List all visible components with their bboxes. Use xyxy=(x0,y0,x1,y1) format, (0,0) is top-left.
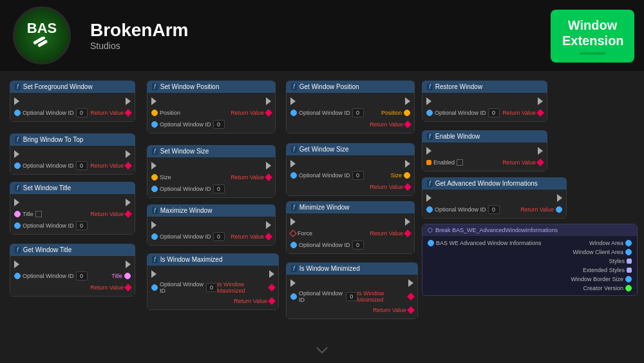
pin-size-out xyxy=(404,172,410,179)
pin-title xyxy=(14,211,21,217)
header: BAS BrokenArm Studios xyxy=(0,0,644,71)
pin-position-out xyxy=(404,110,410,116)
node-break-bas-we: ⬡ Break BAS_WE_AdvancedWindowInformation… xyxy=(422,224,638,296)
scroll-indicator xyxy=(316,345,328,357)
node-restore-window: f Restore Window Optional Window ID 0 Re… xyxy=(422,81,547,122)
pin-force xyxy=(289,230,296,237)
pin-return-value xyxy=(404,183,411,190)
node-bring-window-to-top: f Bring Window To Top Optional Window ID… xyxy=(10,133,135,175)
pin-return-value xyxy=(536,109,544,116)
pin-creator-version xyxy=(625,285,632,291)
pin-is-maximized xyxy=(268,284,275,291)
exec-out-icon xyxy=(126,97,131,105)
pin-optional-window-id xyxy=(14,162,21,169)
pin-return-advanced xyxy=(556,206,562,213)
pin-optional-window-id xyxy=(290,172,297,179)
pin-window-area xyxy=(625,240,632,246)
logo: BAS xyxy=(13,6,71,64)
exec-in-icon xyxy=(14,97,19,105)
pin-return-value xyxy=(407,306,414,313)
exec-in-icon xyxy=(14,260,19,268)
pin-title-out xyxy=(124,273,131,279)
pin-window-client-area xyxy=(625,249,632,255)
brand-sub: Studios xyxy=(90,41,188,51)
exec-out-icon xyxy=(126,199,131,206)
pin-optional-window-id xyxy=(290,110,297,116)
exec-in-icon xyxy=(14,150,19,158)
pin-return-value xyxy=(124,162,131,169)
pin-optional-window-id xyxy=(151,121,158,128)
pin-return-value xyxy=(124,210,131,217)
pin-optional-window-id xyxy=(14,273,21,279)
pin-optional-window-id xyxy=(426,206,433,213)
node-is-window-minimized: f Is Window Minimized Optional Window ID… xyxy=(286,262,418,319)
pin-bas-we-advanced-in xyxy=(428,240,434,246)
pin-optional-window-id xyxy=(14,222,21,229)
node-is-window-maximized: f Is Window Maximized Optional Window ID… xyxy=(147,253,279,310)
pin-is-minimized xyxy=(407,293,414,300)
badge-underline xyxy=(580,52,605,55)
pin-styles xyxy=(627,259,632,264)
node-enable-window: f Enable Window Enabled Return Value xyxy=(422,130,547,172)
pin-extended-styles xyxy=(627,268,632,273)
pin-return-value xyxy=(404,230,411,237)
node-get-advanced-window-info: f Get Advanced Window Informations Optio… xyxy=(422,177,567,219)
node-set-window-title: f Set Window Title Title Return Value xyxy=(10,182,135,235)
pin-return-value xyxy=(124,109,131,116)
pin-position xyxy=(151,110,158,116)
blueprint-canvas: f Set Foreground Window Optional Window … xyxy=(0,71,644,363)
pin-optional-window-id xyxy=(151,186,158,192)
brand-name: BrokenArm xyxy=(90,20,188,41)
pin-return-value xyxy=(536,159,544,166)
pin-optional-window-id xyxy=(290,293,297,300)
node-set-foreground-window: f Set Foreground Window Optional Window … xyxy=(10,81,135,122)
logo-text: BAS xyxy=(27,21,57,35)
node-set-window-size: f Set Window Size Size Return Value xyxy=(147,145,276,198)
exec-out-icon xyxy=(126,260,131,268)
pin-optional-window-id xyxy=(290,242,297,248)
pin-optional-window-id xyxy=(151,233,158,240)
exec-out-icon xyxy=(126,150,131,158)
node-minimize-window: f Minimize Window Force Return Value xyxy=(286,201,415,254)
pin-optional-window-id xyxy=(151,284,158,291)
pin-return-value xyxy=(265,109,272,116)
pin-return-value xyxy=(268,297,275,304)
node-set-window-position: f Set Window Position Position Return Va… xyxy=(147,81,276,133)
pin-size xyxy=(151,174,158,181)
node-get-window-size: f Get Window Size Optional Window ID 0 S… xyxy=(286,143,415,196)
exec-in-icon xyxy=(14,199,19,206)
pin-optional-window-id xyxy=(14,110,21,116)
pin-return-value xyxy=(265,173,272,181)
pin-return-value xyxy=(404,121,411,128)
pin-enabled xyxy=(426,160,431,165)
pin-optional-window-id xyxy=(426,110,433,116)
pin-return-value xyxy=(124,284,131,291)
pin-window-border-size xyxy=(625,276,632,282)
node-maximize-window: f Maximize Window Optional Window ID 0 R… xyxy=(147,204,276,246)
node-get-window-title: f Get Window Title Optional Window ID 0 … xyxy=(10,244,135,297)
window-extension-badge: Window Extension xyxy=(551,10,634,63)
pin-return-value xyxy=(265,233,272,240)
node-get-window-position: f Get Window Position Optional Window ID… xyxy=(286,81,415,133)
